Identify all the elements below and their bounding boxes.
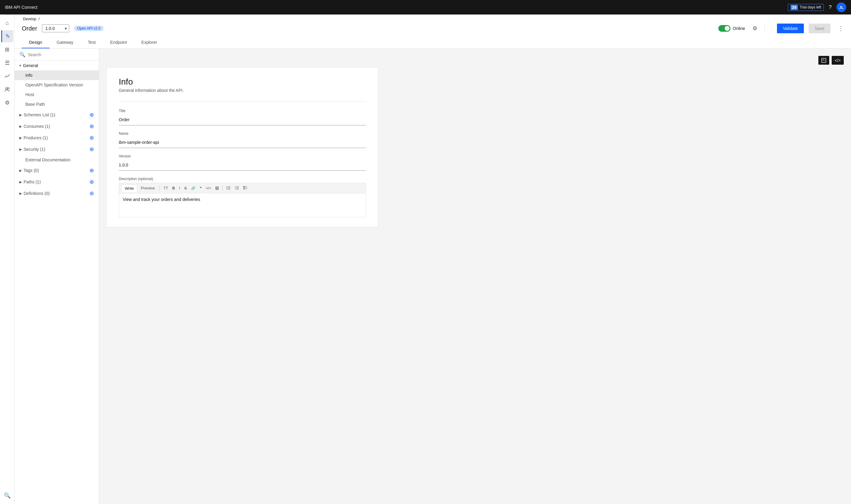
sidebar-item-security[interactable]: ▶ Security (1) ⊕ bbox=[15, 144, 99, 155]
nav-brand-area: IBM API Connect bbox=[5, 5, 37, 10]
desc-tool-task[interactable] bbox=[241, 184, 249, 192]
desc-toolbar: Write Preview TT B I S 🔗 ❝ </> 🖼 bbox=[119, 183, 366, 193]
desc-tool-code[interactable]: </> bbox=[204, 185, 213, 192]
tab-endpoint[interactable]: Endpoint bbox=[103, 37, 134, 48]
version-label: Version bbox=[119, 154, 366, 158]
tags-add-icon[interactable]: ⊕ bbox=[89, 167, 94, 174]
desc-tab-write[interactable]: Write bbox=[122, 185, 137, 192]
sidebar-item-ext-docs[interactable]: External Documentation bbox=[15, 155, 99, 165]
grid-icon[interactable]: ⊞ bbox=[1, 43, 13, 56]
tab-explorer[interactable]: Explorer bbox=[134, 37, 164, 48]
chart-icon[interactable] bbox=[1, 70, 13, 82]
desc-tool-tt[interactable]: TT bbox=[162, 185, 170, 192]
desc-tool-italic[interactable]: I bbox=[177, 185, 182, 192]
consumes-caret: ▶ bbox=[19, 125, 22, 128]
sidebar-item-produces[interactable]: ▶ Produces (1) ⊕ bbox=[15, 132, 99, 144]
sidebar-item-host[interactable]: Host bbox=[15, 90, 99, 100]
schemes-label: Schemes List (1) bbox=[23, 112, 55, 117]
save-button: Save bbox=[809, 23, 830, 33]
name-field: Name ibm-sample-order-api bbox=[119, 131, 366, 148]
online-toggle[interactable] bbox=[718, 25, 730, 32]
validate-button[interactable]: Validate bbox=[777, 23, 804, 33]
svg-text:3.: 3. bbox=[235, 188, 236, 190]
tabs-row: Design Gateway Test Endpoint Explorer bbox=[22, 37, 844, 48]
toolbar-row: </> bbox=[106, 56, 844, 65]
edit-icon[interactable]: ✎ bbox=[1, 30, 13, 42]
desc-content[interactable]: View and track your orders and deliverie… bbox=[119, 193, 366, 217]
definitions-caret: ▶ bbox=[19, 192, 22, 196]
desc-tool-ul[interactable] bbox=[224, 184, 232, 192]
list-icon[interactable]: ☰ bbox=[1, 57, 13, 69]
code-view-button[interactable]: </> bbox=[832, 56, 844, 65]
home-icon[interactable]: ⌂ bbox=[1, 17, 13, 29]
users-icon[interactable] bbox=[1, 84, 13, 95]
settings-icon-rail[interactable]: ⚙ bbox=[1, 97, 13, 109]
trial-label: Trial days left bbox=[800, 5, 821, 10]
search-box[interactable]: 🔍 bbox=[15, 49, 99, 61]
title-value[interactable]: Order bbox=[119, 115, 366, 125]
sidebar: 🔍 ▾ General Info OpenAPI Specification V… bbox=[15, 49, 99, 504]
consumes-add-icon[interactable]: ⊕ bbox=[89, 123, 94, 130]
desc-tab-preview[interactable]: Preview bbox=[138, 185, 158, 192]
openapi-badge: Open API v2.0 bbox=[74, 26, 103, 31]
security-add-icon[interactable]: ⊕ bbox=[89, 146, 94, 152]
paths-label: Paths (1) bbox=[23, 179, 41, 184]
desc-tool-quote[interactable]: ❝ bbox=[198, 185, 203, 192]
section-title: Info bbox=[119, 77, 366, 87]
sidebar-item-consumes[interactable]: ▶ Consumes (1) ⊕ bbox=[15, 121, 99, 132]
desc-tool-image[interactable]: 🖼 bbox=[213, 185, 221, 192]
tab-test[interactable]: Test bbox=[81, 37, 103, 48]
more-icon[interactable]: ⋮ bbox=[838, 25, 844, 32]
brand-name: IBM API Connect bbox=[5, 5, 37, 10]
main-area: 🔍 ▾ General Info OpenAPI Specification V… bbox=[15, 49, 851, 504]
nav-right-area: 29 Trial days left ? JL bbox=[788, 2, 846, 12]
search-icon-rail[interactable]: 🔍 bbox=[1, 489, 13, 502]
sidebar-group-general[interactable]: ▾ General bbox=[15, 61, 99, 70]
api-name: Order bbox=[22, 25, 37, 32]
desc-tool-link[interactable]: 🔗 bbox=[189, 185, 197, 192]
sidebar-item-tags[interactable]: ▶ Tags (0) ⊕ bbox=[15, 165, 99, 176]
top-nav: IBM API Connect 29 Trial days left ? JL bbox=[0, 0, 851, 15]
desc-tool-bold[interactable]: B bbox=[170, 185, 177, 192]
edit-view-button[interactable] bbox=[818, 56, 829, 65]
tab-gateway[interactable]: Gateway bbox=[50, 37, 81, 48]
content-area: Develop / Order 1.0.0 Open API v2.0 Onli… bbox=[15, 15, 851, 504]
settings-icon[interactable]: ⚙ bbox=[753, 25, 757, 32]
svg-point-0 bbox=[6, 88, 7, 89]
produces-add-icon[interactable]: ⊕ bbox=[89, 134, 94, 141]
produces-caret: ▶ bbox=[19, 136, 22, 140]
breadcrumb[interactable]: Develop / bbox=[22, 17, 844, 21]
schemes-caret: ▶ bbox=[19, 113, 22, 117]
help-icon[interactable]: ? bbox=[829, 4, 832, 11]
tab-design[interactable]: Design bbox=[22, 37, 50, 48]
breadcrumb-link[interactable]: Develop bbox=[23, 17, 36, 21]
section-desc: General information about the API. bbox=[119, 88, 366, 93]
divider-1 bbox=[119, 101, 366, 102]
version-select-wrapper[interactable]: 1.0.0 bbox=[42, 24, 69, 32]
version-select[interactable]: 1.0.0 bbox=[42, 24, 69, 32]
sidebar-item-definitions[interactable]: ▶ Definitions (0) ⊕ bbox=[15, 187, 99, 199]
definitions-add-icon[interactable]: ⊕ bbox=[89, 190, 94, 197]
schemes-add-icon[interactable]: ⊕ bbox=[89, 111, 94, 118]
sidebar-item-paths[interactable]: ▶ Paths (1) ⊕ bbox=[15, 176, 99, 187]
definitions-label: Definitions (0) bbox=[23, 191, 50, 196]
svg-point-3 bbox=[227, 186, 227, 187]
sidebar-item-info[interactable]: Info bbox=[15, 70, 99, 80]
app-body: ⌂ ✎ ⊞ ☰ ⚙ 🔍 Develop / bbox=[0, 15, 851, 504]
paths-add-icon[interactable]: ⊕ bbox=[89, 179, 94, 185]
sidebar-item-base-path[interactable]: Base Path bbox=[15, 100, 99, 109]
name-value[interactable]: ibm-sample-order-api bbox=[119, 138, 366, 148]
desc-label: Description (optional) bbox=[119, 177, 366, 181]
sidebar-section-general: ▾ General Info OpenAPI Specification Ver… bbox=[15, 61, 99, 199]
desc-tool-strike[interactable]: S bbox=[183, 185, 188, 192]
sidebar-item-schemes[interactable]: ▶ Schemes List (1) ⊕ bbox=[15, 109, 99, 121]
desc-sep-2 bbox=[222, 185, 223, 191]
sidebar-item-openapi-spec[interactable]: OpenAPI Specification Version bbox=[15, 80, 99, 90]
desc-tool-ol[interactable]: 1. 2. 3. bbox=[233, 184, 241, 192]
version-value[interactable]: 1.0.0 bbox=[119, 160, 366, 171]
avatar[interactable]: JL bbox=[836, 2, 846, 12]
tags-caret: ▶ bbox=[19, 168, 22, 173]
search-input[interactable] bbox=[28, 52, 94, 57]
svg-point-7 bbox=[227, 189, 227, 190]
general-caret: ▾ bbox=[19, 64, 21, 68]
